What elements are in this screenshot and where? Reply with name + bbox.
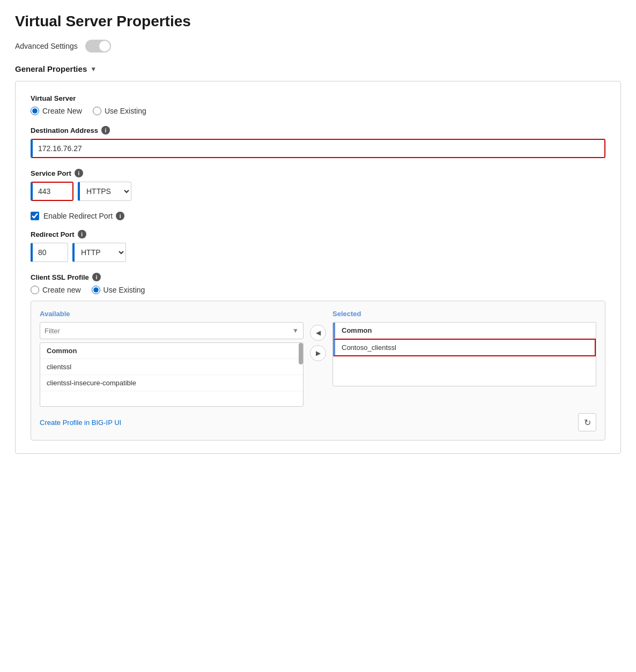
list-item[interactable]: clientssl (40, 359, 303, 375)
transfer-buttons: ◀ ▶ (310, 310, 326, 361)
client-ssl-profile-section: Client SSL Profile i Create new Use Exis… (31, 273, 605, 440)
selected-item[interactable]: Contoso_clientssl (333, 339, 596, 356)
transfer-left-button[interactable]: ◀ (310, 325, 326, 341)
advanced-settings-row: Advanced Settings (15, 40, 621, 53)
section-label: General Properties (15, 64, 87, 73)
service-port-group: Service Port i HTTPS HTTP Other (31, 169, 605, 201)
redirect-label-text: Redirect Port (31, 230, 75, 238)
redirect-port-label-text: Enable Redirect Port (43, 212, 113, 220)
destination-address-group: Destination Address i (31, 126, 605, 158)
general-properties-header: General Properties ▼ (15, 64, 621, 73)
enable-redirect-port-row[interactable]: Enable Redirect Port i (31, 212, 605, 220)
ssl-radio-create-new-input[interactable] (31, 286, 39, 294)
list-item[interactable]: clientssl-insecure-compatible (40, 375, 303, 391)
selected-panel-label: Selected (332, 310, 596, 318)
dest-label-text: Destination Address (31, 126, 98, 135)
service-port-row: HTTPS HTTP Other (31, 182, 605, 201)
enable-redirect-info-icon[interactable]: i (116, 212, 124, 220)
radio-create-new-input[interactable] (31, 107, 39, 115)
dual-list-row: Available ▼ Common clientssl clientssl-i… (40, 310, 596, 407)
enable-redirect-port-label: Enable Redirect Port i (43, 212, 124, 220)
redirect-port-group: Redirect Port i HTTP HTTPS Other (31, 230, 605, 262)
ssl-radio-create-new[interactable]: Create new (31, 286, 81, 294)
transfer-right-button[interactable]: ▶ (310, 345, 326, 361)
ssl-radio-use-existing[interactable]: Use Existing (92, 286, 145, 294)
ssl-profile-info-icon[interactable]: i (92, 273, 101, 281)
footer-row: Create Profile in BIG-IP UI ↻ (40, 413, 596, 431)
dual-list-container: Available ▼ Common clientssl clientssl-i… (31, 301, 605, 440)
available-group-header: Common (40, 343, 303, 359)
selected-panel: Selected Common Contoso_clientssl (332, 310, 596, 386)
redirect-port-info-icon[interactable]: i (78, 230, 86, 238)
available-panel: Available ▼ Common clientssl clientssl-i… (40, 310, 304, 407)
advanced-settings-label: Advanced Settings (15, 42, 78, 50)
radio-use-existing-input[interactable] (93, 107, 101, 115)
service-port-label-text: Service Port (31, 169, 71, 177)
radio-use-existing[interactable]: Use Existing (93, 107, 146, 115)
virtual-server-label: Virtual Server (31, 94, 605, 102)
page-title: Virtual Server Properties (15, 13, 621, 30)
chevron-down-icon[interactable]: ▼ (90, 65, 97, 73)
available-list: Common clientssl clientssl-insecure-comp… (40, 342, 304, 407)
redirect-port-row: HTTP HTTPS Other (31, 243, 605, 262)
ssl-radio-use-existing-label: Use Existing (103, 286, 145, 294)
redirect-port-protocol-select[interactable]: HTTP HTTPS Other (72, 243, 126, 262)
service-port-label: Service Port i (31, 169, 605, 177)
destination-address-input[interactable] (31, 139, 605, 158)
ssl-profile-radio-group: Create new Use Existing (31, 286, 605, 294)
service-port-input[interactable] (31, 182, 73, 201)
redirect-port-label: Redirect Port i (31, 230, 605, 238)
selected-list: Common Contoso_clientssl (332, 322, 596, 386)
enable-redirect-port-checkbox[interactable] (31, 212, 39, 220)
refresh-button[interactable]: ↻ (578, 413, 596, 431)
filter-input[interactable] (45, 327, 292, 335)
filter-row[interactable]: ▼ (40, 322, 304, 339)
general-properties-card: Virtual Server Create New Use Existing D… (15, 81, 621, 454)
virtual-server-group: Virtual Server Create New Use Existing (31, 94, 605, 115)
service-port-info-icon[interactable]: i (75, 169, 83, 177)
redirect-port-input[interactable] (31, 243, 68, 262)
ssl-label-text: Client SSL Profile (31, 273, 89, 281)
destination-address-info-icon[interactable]: i (101, 126, 110, 135)
available-panel-label: Available (40, 310, 304, 318)
filter-icon: ▼ (292, 327, 299, 334)
radio-create-new[interactable]: Create New (31, 107, 82, 115)
service-port-protocol-select[interactable]: HTTPS HTTP Other (78, 182, 131, 201)
selected-group-header: Common (333, 323, 596, 339)
destination-address-label: Destination Address i (31, 126, 605, 135)
client-ssl-profile-label: Client SSL Profile i (31, 273, 605, 281)
scrollbar-thumb (299, 343, 303, 364)
ssl-radio-use-existing-input[interactable] (92, 286, 100, 294)
advanced-settings-toggle[interactable] (85, 40, 111, 53)
create-profile-link[interactable]: Create Profile in BIG-IP UI (40, 419, 121, 427)
ssl-radio-create-new-label: Create new (42, 286, 81, 294)
refresh-icon: ↻ (584, 417, 591, 428)
radio-use-existing-label: Use Existing (105, 107, 146, 115)
virtual-server-radio-group: Create New Use Existing (31, 107, 605, 115)
vs-label-text: Virtual Server (31, 94, 76, 102)
radio-create-new-label: Create New (42, 107, 82, 115)
